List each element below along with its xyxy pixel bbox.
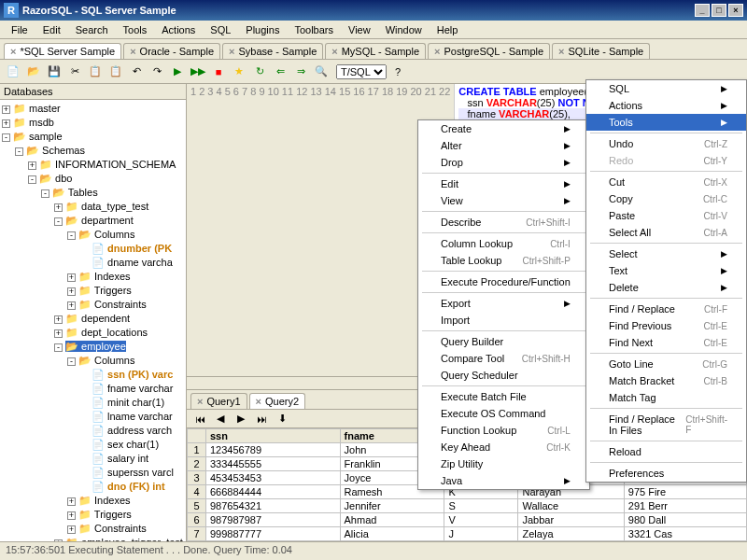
table-row[interactable]: 7999887777AliciaJZelaya3321 Cas (188, 527, 747, 541)
tree-node[interactable]: +📁 employee_trigger_test (2, 536, 184, 541)
tree-node[interactable]: 📄 sex char(1) (2, 438, 184, 452)
menu-item[interactable]: Execute Batch File (418, 388, 589, 405)
tree-node[interactable]: -📂 employee (2, 340, 184, 354)
tree-node[interactable]: +📁 Triggers (2, 284, 184, 298)
tree-node[interactable]: 📄 salary int (2, 452, 184, 466)
menu-item[interactable]: Key AheadCtrl-K (418, 439, 589, 455)
menu-item[interactable]: RedoCtrl-Y (586, 152, 746, 169)
tree-node[interactable]: 📄 minit char(1) (2, 396, 184, 410)
menu-item[interactable]: Table LookupCtrl+Shift-P (418, 252, 589, 269)
tree-node[interactable]: +📁 Indexes (2, 494, 184, 508)
first-icon[interactable]: ⏮ (190, 410, 209, 428)
doc-tab[interactable]: ×Sybase - Sample (222, 43, 323, 59)
menu-item[interactable]: Create▶ (418, 120, 589, 137)
tree-node[interactable]: +📁 master (2, 102, 184, 116)
tree-node[interactable]: +📁 Constraints (2, 298, 184, 312)
menu-tools[interactable]: Tools (116, 22, 155, 37)
menu-item[interactable]: DescribeCtrl+Shift-I (418, 214, 589, 231)
tree-node[interactable]: 📄 dname varcha (2, 256, 184, 270)
close-button[interactable]: × (728, 4, 743, 17)
doc-tab[interactable]: ×*SQL Server Sample (4, 43, 121, 59)
close-tab-icon[interactable]: × (434, 46, 440, 57)
tree-node[interactable]: +📁 dept_locations (2, 326, 184, 340)
menu-item[interactable]: Select▶ (586, 245, 746, 262)
menu-item[interactable]: Preferences (586, 465, 746, 482)
menu-item[interactable]: Alter▶ (418, 137, 589, 154)
tree-node[interactable]: -📂 Columns (2, 354, 184, 368)
menu-item[interactable]: Goto LineCtrl-G (586, 356, 746, 372)
menu-item[interactable]: Reload (586, 443, 746, 460)
menu-actions[interactable]: Actions (154, 22, 203, 37)
database-tree[interactable]: +📁 master+📁 msdb-📂 sample-📂 Schemas+📁 IN… (0, 100, 186, 541)
menu-item[interactable]: Tools▶ (586, 114, 746, 131)
menu-item[interactable]: Actions▶ (586, 97, 746, 114)
close-tab-icon[interactable]: × (558, 46, 564, 57)
tree-node[interactable]: -📂 sample (2, 130, 184, 144)
find-icon[interactable]: 🔍 (312, 63, 331, 81)
menu-item[interactable]: Import (418, 312, 589, 329)
doc-tab[interactable]: ×Oracle - Sample (123, 43, 220, 59)
context-menu-tools[interactable]: Create▶Alter▶Drop▶Edit▶View▶DescribeCtrl… (417, 119, 590, 490)
menu-window[interactable]: Window (378, 22, 430, 37)
last-icon[interactable]: ⏭ (252, 410, 271, 428)
new-icon[interactable]: 📄 (4, 63, 22, 81)
stop-icon[interactable]: ■ (209, 63, 228, 81)
menu-item[interactable]: Select AllCtrl-A (586, 224, 746, 241)
redo-icon[interactable]: ↷ (148, 63, 166, 81)
menu-item[interactable]: Query Builder (418, 333, 589, 350)
execute-all-icon[interactable]: ▶▶ (189, 63, 207, 81)
menu-item[interactable]: Column LookupCtrl-I (418, 235, 589, 252)
syntax-combo[interactable]: T/SQL ? (336, 63, 407, 81)
menu-item[interactable]: Find PreviousCtrl-E (586, 317, 746, 334)
menu-item[interactable]: CutCtrl-X (586, 174, 746, 190)
column-header[interactable] (188, 429, 206, 443)
column-header[interactable]: ssn (206, 429, 341, 443)
prev-icon[interactable]: ◀ (211, 410, 230, 428)
nav-fwd-icon[interactable]: ⇒ (291, 63, 310, 81)
maximize-button[interactable]: □ (712, 4, 726, 17)
menu-sql[interactable]: SQL (203, 22, 238, 37)
menu-item[interactable]: Function LookupCtrl-L (418, 422, 589, 439)
menu-item[interactable]: Execute OS Command (418, 405, 589, 422)
menu-item[interactable]: Find / Replace In FilesCtrl+Shift-F (586, 411, 746, 439)
menu-edit[interactable]: Edit (35, 22, 68, 37)
menu-item[interactable]: Query Scheduler (418, 367, 589, 384)
tree-node[interactable]: +📁 Constraints (2, 522, 184, 536)
help-icon[interactable]: ? (388, 63, 407, 81)
menu-item[interactable]: View▶ (418, 192, 589, 209)
tree-node[interactable]: +📁 data_type_test (2, 200, 184, 214)
menu-file[interactable]: File (4, 22, 35, 37)
menu-item[interactable]: Export▶ (418, 295, 589, 312)
menu-view[interactable]: View (341, 22, 378, 37)
tree-node[interactable]: +📁 msdb (2, 116, 184, 130)
tree-node[interactable]: -📂 dbo (2, 172, 184, 186)
menu-item[interactable]: Delete▶ (586, 279, 746, 296)
undo-icon[interactable]: ↶ (127, 63, 146, 81)
menu-item[interactable]: Java▶ (418, 472, 589, 489)
minimize-button[interactable]: _ (695, 4, 710, 17)
execute-icon[interactable]: ▶ (168, 63, 187, 81)
close-tab-icon[interactable]: × (130, 46, 135, 57)
tree-node[interactable]: 📄 lname varchar (2, 410, 184, 424)
menu-item[interactable]: PasteCtrl-V (586, 207, 746, 224)
refresh-icon[interactable]: ↻ (250, 63, 269, 81)
menu-item[interactable]: Find NextCtrl-E (586, 334, 746, 351)
context-menu-edit[interactable]: SQL▶Actions▶Tools▶UndoCtrl-ZRedoCtrl-YCu… (585, 79, 747, 483)
menu-item[interactable]: Execute Procedure/Function (418, 273, 589, 290)
export-icon[interactable]: ⬇ (273, 410, 291, 428)
menu-item[interactable]: Drop▶ (418, 154, 589, 171)
menu-item[interactable]: Find / ReplaceCtrl-F (586, 301, 746, 317)
star-icon[interactable]: ★ (230, 63, 248, 81)
doc-tab[interactable]: ×MySQL - Sample (325, 43, 426, 59)
tree-node[interactable]: -📂 Schemas (2, 144, 184, 158)
tree-node[interactable]: -📂 department (2, 214, 184, 228)
copy-icon[interactable]: 📋 (86, 63, 105, 81)
menu-item[interactable]: Match Tag (586, 389, 746, 406)
nav-back-icon[interactable]: ⇐ (271, 63, 289, 81)
menu-item[interactable]: Match BracketCtrl-B (586, 372, 746, 389)
tree-node[interactable]: +📁 Indexes (2, 270, 184, 284)
open-icon[interactable]: 📂 (24, 63, 43, 81)
close-tab-icon[interactable]: × (229, 46, 234, 57)
close-tab-icon[interactable]: × (10, 46, 16, 57)
close-tab-icon[interactable]: × (331, 46, 337, 57)
